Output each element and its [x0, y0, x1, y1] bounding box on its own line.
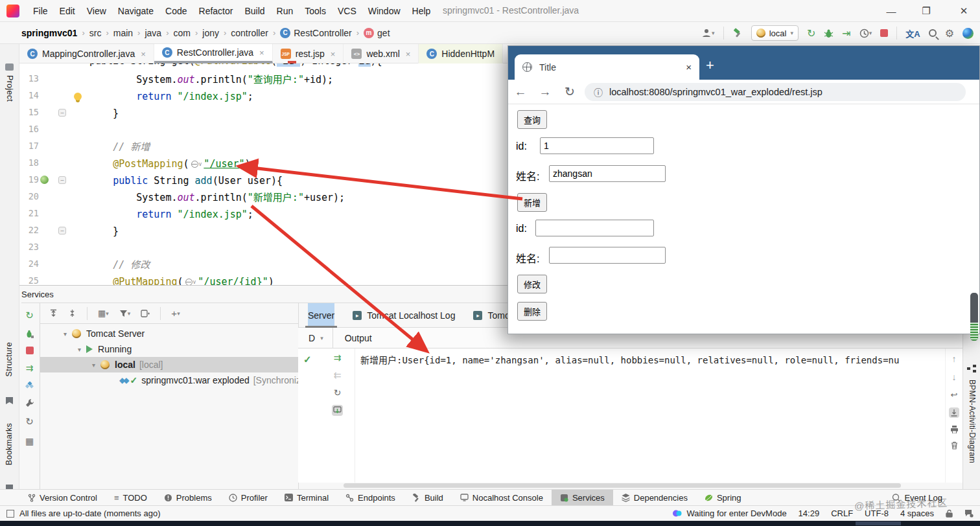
back-button[interactable]: ←: [508, 85, 533, 99]
minimize-button[interactable]: —: [876, 0, 906, 22]
close-tab-icon[interactable]: ×: [331, 49, 336, 59]
rerun-button[interactable]: ↻: [807, 27, 815, 40]
reload-button[interactable]: ↻: [557, 84, 582, 99]
expand-all-icon[interactable]: [49, 309, 58, 317]
debug-button[interactable]: [824, 29, 834, 38]
plugin-sphere-icon[interactable]: [962, 28, 974, 39]
scroll-to-end-icon[interactable]: [332, 405, 343, 416]
toolwindow-spring[interactable]: Spring: [696, 490, 750, 506]
breadcrumb-controller[interactable]: controller: [231, 28, 268, 38]
id-input[interactable]: [540, 137, 654, 154]
toolwindow-terminal[interactable]: Terminal: [276, 490, 337, 506]
nocalhost-devmode-status[interactable]: Waiting for enter DevMode: [672, 509, 786, 518]
chevron-down-icon[interactable]: ▾: [64, 330, 67, 337]
menu-build[interactable]: Build: [239, 0, 270, 22]
maximize-button[interactable]: ❐: [911, 0, 941, 22]
toolwindow-dependencies[interactable]: Dependencies: [613, 490, 696, 506]
add-button[interactable]: 新增: [517, 193, 547, 212]
breadcrumb-get[interactable]: get: [377, 28, 390, 38]
next-occurrence-icon[interactable]: ↓: [952, 372, 957, 382]
collapse-all-icon[interactable]: [68, 309, 76, 317]
add-service-icon[interactable]: +▾: [171, 308, 180, 319]
toolwindow-project[interactable]: Project: [5, 75, 14, 102]
tab-hiddenhttpm[interactable]: C HiddenHttpM: [419, 44, 503, 63]
modify-button[interactable]: 修改: [517, 275, 547, 293]
breadcrumb-jony[interactable]: jony: [202, 28, 219, 38]
menu-view[interactable]: View: [81, 0, 112, 22]
menu-refactor[interactable]: Refactor: [193, 0, 239, 22]
scrollbar-thumb[interactable]: [970, 293, 978, 341]
scroll-to-end-icon[interactable]: [949, 407, 959, 418]
breadcrumb-main[interactable]: main: [113, 28, 133, 38]
line-ending-indicator[interactable]: CRLF: [831, 509, 853, 518]
menu-tools[interactable]: Tools: [299, 0, 332, 22]
console-tab-server[interactable]: Server: [308, 303, 334, 328]
menu-run[interactable]: Run: [271, 0, 299, 22]
new-tab-button[interactable]: +: [706, 59, 714, 72]
address-bar[interactable]: ⓘ localhost:8080/springmvc01_war_explode…: [585, 83, 966, 101]
lock-icon[interactable]: [946, 509, 953, 518]
build-hammer-icon[interactable]: [732, 28, 743, 38]
soft-wrap-icon[interactable]: ↩: [951, 390, 958, 400]
console-output-area[interactable]: ✓ ⇉ ⇇ ↻ 新增用户:User{id=1, name='zhangsan',…: [298, 349, 962, 483]
close-tab-icon[interactable]: ×: [141, 49, 146, 59]
settings-gear-icon[interactable]: ⚙: [945, 27, 954, 40]
filter-icon[interactable]: ▾: [119, 310, 131, 317]
close-tab-icon[interactable]: ×: [686, 62, 692, 73]
prev-occurrence-icon[interactable]: ↑: [952, 354, 957, 364]
tab-webxml[interactable]: <> web.xml ×: [344, 44, 419, 63]
notifications-icon[interactable]: [964, 509, 974, 518]
group-by-icon[interactable]: ▦▾: [98, 308, 109, 318]
tab-restjsp[interactable]: JSP rest.jsp ×: [273, 44, 344, 63]
chevron-down-icon[interactable]: ▾: [92, 361, 95, 369]
toolwindow-build[interactable]: Build: [404, 490, 452, 506]
close-tab-icon[interactable]: ×: [406, 49, 411, 59]
run-configuration-selector[interactable]: local ▾: [751, 25, 799, 41]
fold-region-icon[interactable]: –: [58, 227, 66, 234]
menu-vcs[interactable]: VCS: [332, 0, 362, 22]
breadcrumb-src[interactable]: src: [89, 28, 102, 38]
tree-item-local[interactable]: ▾ local [local]: [40, 357, 298, 372]
menu-edit[interactable]: Edit: [54, 0, 81, 22]
fold-region-icon[interactable]: –: [58, 109, 66, 117]
fold-region-icon[interactable]: –: [58, 176, 66, 184]
update-disabled-icon[interactable]: ⇇: [334, 370, 342, 380]
tree-item-war-exploded[interactable]: ◆◆ ✓ springmvc01:war exploded [Synchroni…: [40, 372, 298, 388]
menu-help[interactable]: Help: [406, 0, 437, 22]
run-with-coverage-icon[interactable]: ⇥: [842, 27, 850, 40]
close-tab-icon[interactable]: ×: [259, 48, 264, 58]
toolwindow-services[interactable]: Services: [552, 490, 613, 506]
toolwindow-problems[interactable]: Problems: [156, 490, 220, 506]
chevron-down-icon[interactable]: ▾: [78, 346, 81, 353]
toolwindow-bpmn-activiti-diagram[interactable]: BPMN-Activiti-Diagram: [968, 380, 977, 463]
tab-mappingcontroller[interactable]: C MappingController.java ×: [19, 44, 154, 63]
delete-button[interactable]: 删除: [517, 302, 547, 321]
code-editor[interactable]: public String get(@PathVariable("id") In…: [19, 63, 508, 285]
close-button[interactable]: ✕: [949, 0, 979, 22]
wrench-settings-icon[interactable]: [25, 398, 34, 407]
breadcrumb-restcontroller[interactable]: RestController: [294, 28, 351, 38]
toolwindow-endpoints[interactable]: Endpoints: [337, 490, 404, 506]
stop-server-icon[interactable]: [26, 347, 34, 354]
deployment-column-label[interactable]: D: [309, 333, 315, 343]
stop-button[interactable]: [880, 29, 888, 37]
site-info-icon[interactable]: ⓘ: [594, 86, 603, 98]
tree-item-running[interactable]: ▾ Running: [40, 341, 298, 357]
console-tab-localhost-log[interactable]: ▸ Tomcat Localhost Log: [353, 303, 455, 328]
intention-bulb-icon[interactable]: [74, 93, 82, 100]
id-input-2[interactable]: [535, 220, 654, 236]
search-everywhere-icon[interactable]: [929, 29, 937, 37]
refresh-icon[interactable]: ↻: [25, 416, 34, 428]
tab-restcontroller[interactable]: C RestController.java ×: [154, 44, 273, 63]
debug-server-icon[interactable]: [25, 330, 34, 338]
breadcrumb-com[interactable]: com: [173, 28, 190, 38]
chevron-down-icon[interactable]: ▾: [320, 335, 323, 341]
deploy-all-icon[interactable]: [25, 382, 34, 390]
refresh-icon[interactable]: ↻: [334, 387, 342, 398]
name-input-2[interactable]: [549, 247, 666, 264]
toolwindow-nocalhost-console[interactable]: Nocalhost Console: [452, 490, 552, 506]
browser-tab[interactable]: Title ×: [515, 54, 699, 80]
tree-item-tomcat-server[interactable]: ▾ Tomcat Server: [40, 326, 298, 341]
clear-trash-icon[interactable]: [951, 441, 958, 450]
breadcrumb-java[interactable]: java: [145, 28, 161, 38]
